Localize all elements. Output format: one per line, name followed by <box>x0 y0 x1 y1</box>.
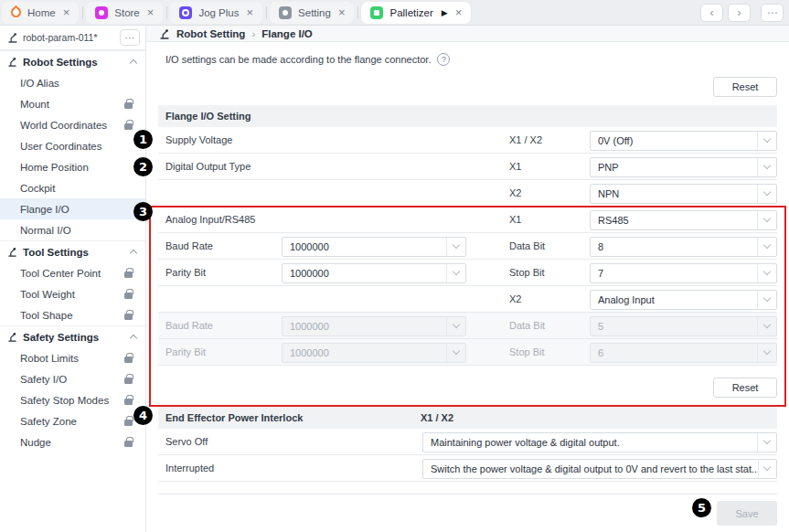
sidebar-item-tool-shape[interactable]: Tool Shape <box>0 304 145 325</box>
close-icon[interactable]: × <box>146 6 155 18</box>
analog-x2-port: X2 <box>509 286 521 312</box>
chevron-up-icon[interactable] <box>130 249 137 256</box>
x1-baud-rate-select[interactable]: 1000000 <box>282 237 466 257</box>
supply-voltage-select[interactable]: 0V (Off) <box>590 131 777 151</box>
section-safety-settings[interactable]: Safety Settings <box>0 325 145 347</box>
digital-output-x1-select[interactable]: PNP <box>590 157 777 177</box>
tab-jog-plus-label: Jog Plus <box>198 7 239 18</box>
help-icon[interactable]: ? <box>437 53 450 66</box>
sidebar-item-mount[interactable]: Mount <box>0 93 145 114</box>
sidebar-item-tool-weight[interactable]: Tool Weight <box>0 283 145 304</box>
tab-divider <box>166 6 167 19</box>
x1-data-bit-select[interactable]: 8 <box>590 237 777 257</box>
lock-icon <box>124 356 133 363</box>
annotation-badge-3: 3 <box>133 202 153 221</box>
digital-output-type-x1-row: Digital Output Type X1 PNP <box>158 154 777 180</box>
chevron-down-icon[interactable] <box>757 185 776 203</box>
tab-setting[interactable]: Setting × <box>270 2 354 24</box>
analog-input-x2-row: X2 Analog Input <box>158 286 777 313</box>
tab-store[interactable]: Store × <box>86 2 163 24</box>
select-value: 1000000 <box>283 238 446 256</box>
x2-data-bit-label: Data Bit <box>509 313 545 338</box>
sidebar-item-cockpit[interactable]: Cockpit <box>0 177 145 198</box>
digital-output-x2-select[interactable]: NPN <box>590 184 777 204</box>
sidebar-item-robot-limits[interactable]: Robot Limits <box>0 347 145 368</box>
select-value: Analog Input <box>591 291 757 309</box>
analog-x1-select[interactable]: RS485 <box>590 210 777 230</box>
sidebar-item-safety-stop-modes[interactable]: Safety Stop Modes <box>0 389 145 410</box>
robot-arm-icon <box>7 247 17 257</box>
interrupted-select[interactable]: Switch the power voltage & digital outpu… <box>422 459 777 479</box>
chevron-down-icon[interactable] <box>757 238 776 256</box>
analog-x2-select[interactable]: Analog Input <box>590 290 777 310</box>
x1-parity-bit-select[interactable]: 1000000 <box>282 263 466 283</box>
sidebar-item-nudge[interactable]: Nudge <box>0 431 145 452</box>
reset-button[interactable]: Reset <box>713 77 777 97</box>
select-value: 1000000 <box>283 264 446 282</box>
chevron-down-icon[interactable] <box>758 460 776 478</box>
close-icon[interactable]: × <box>62 6 71 18</box>
servo-off-select[interactable]: Maintaining power voltage & digital outp… <box>422 432 777 452</box>
sidebar-item-tool-center-point[interactable]: Tool Center Point <box>0 262 145 283</box>
select-value: Maintaining power voltage & digital outp… <box>423 433 757 452</box>
file-more-button[interactable]: ⋯ <box>120 29 140 46</box>
window-more-button[interactable]: ⋯ <box>761 4 784 22</box>
lock-icon <box>124 293 133 299</box>
save-button[interactable]: Save <box>717 501 777 526</box>
x1-parity-bit-label: Parity Bit <box>165 260 206 285</box>
chevron-down-icon[interactable] <box>757 264 776 282</box>
sidebar-item-user-coordinates[interactable]: User Coordinates <box>0 135 145 156</box>
tab-setting-label: Setting <box>298 7 331 18</box>
breadcrumb-separator: › <box>251 28 255 39</box>
nav-back-button[interactable]: ‹ <box>700 4 723 22</box>
chevron-up-icon[interactable] <box>130 334 137 341</box>
digital-output-type-label: Digital Output Type <box>165 154 251 179</box>
servo-off-row: Servo Off Maintaining power voltage & di… <box>158 429 777 455</box>
sidebar-item-world-coordinates[interactable]: World Coordinates <box>0 114 145 135</box>
x2-baud-data-row: Baud Rate 1000000 Data Bit 5 <box>158 313 777 339</box>
flange-io-setting-table: Flange I/O Setting Supply Voltage X1 / X… <box>158 105 777 482</box>
lock-icon <box>124 399 133 405</box>
tab-palletizer[interactable]: Palletizer ▶ × <box>361 2 471 24</box>
x1-stop-bit-label: Stop Bit <box>509 260 545 285</box>
close-icon[interactable]: × <box>337 6 347 18</box>
interrupted-label: Interrupted <box>165 455 214 481</box>
analog-reset-button[interactable]: Reset <box>713 378 777 398</box>
chevron-down-icon[interactable] <box>757 433 776 452</box>
item-label: Flange I/O <box>20 204 69 215</box>
end-effector-title: End Effector Power Interlock <box>165 412 303 423</box>
select-value: 5 <box>591 317 757 335</box>
tab-home[interactable]: Home × <box>2 2 79 24</box>
x1-baud-rate-label: Baud Rate <box>165 233 213 259</box>
sidebar-item-io-alias[interactable]: I/O Alias <box>0 72 145 93</box>
x1-stop-bit-select[interactable]: 7 <box>590 263 777 283</box>
lock-icon <box>124 123 133 130</box>
supply-voltage-label: Supply Voltage <box>165 127 232 153</box>
lock-icon <box>124 420 133 426</box>
chevron-down-icon[interactable] <box>757 291 776 309</box>
chevron-down-icon[interactable] <box>757 132 776 150</box>
sidebar-item-flange-io[interactable]: Flange I/O <box>0 198 145 219</box>
nav-forward-button[interactable]: › <box>728 4 751 22</box>
close-icon[interactable]: × <box>454 6 464 18</box>
play-icon[interactable]: ▶ <box>442 8 448 17</box>
section-robot-settings[interactable]: Robot Settings <box>0 50 145 72</box>
item-label: Safety Stop Modes <box>20 395 109 406</box>
close-icon[interactable]: × <box>245 6 254 18</box>
section-tool-settings[interactable]: Tool Settings <box>0 240 145 262</box>
sidebar-item-safety-io[interactable]: Safety I/O <box>0 368 145 389</box>
breadcrumb-parent[interactable]: Robot Setting <box>176 28 245 39</box>
chevron-up-icon[interactable] <box>130 59 137 66</box>
tab-palletizer-label: Palletizer <box>389 7 432 18</box>
sidebar-item-safety-zone[interactable]: Safety Zone <box>0 410 145 431</box>
tab-jog-plus[interactable]: Jog Plus × <box>170 2 262 24</box>
tab-home-label: Home <box>27 7 56 18</box>
chevron-down-icon[interactable] <box>757 158 776 176</box>
select-value: PNP <box>591 158 757 176</box>
item-label: User Coordinates <box>20 141 101 152</box>
chevron-down-icon[interactable] <box>757 211 776 229</box>
chevron-down-icon[interactable] <box>446 264 465 282</box>
sidebar-item-normal-io[interactable]: Normal I/O <box>0 219 145 240</box>
sidebar-item-home-position[interactable]: Home Position <box>0 156 145 177</box>
chevron-down-icon[interactable] <box>446 238 465 256</box>
